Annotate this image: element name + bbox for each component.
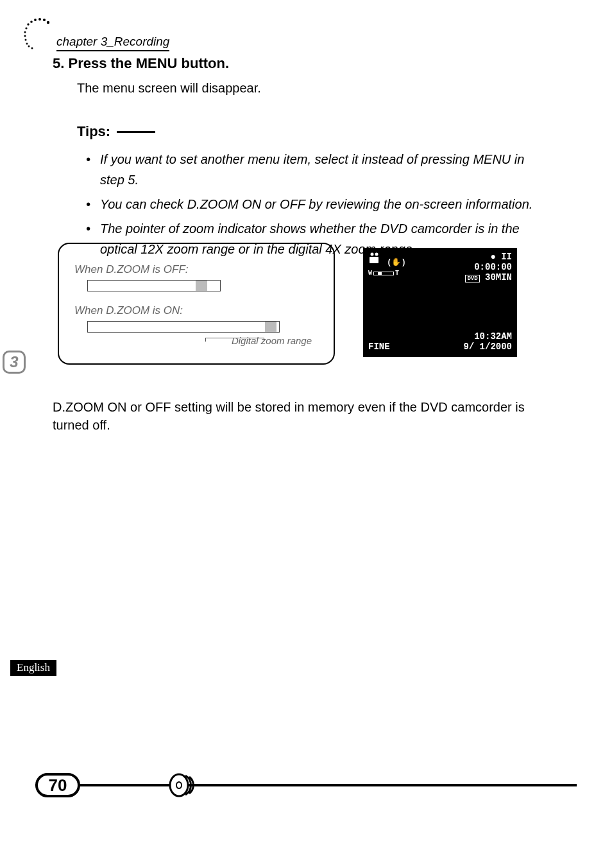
tips-item: If you want to set another menu item, se…: [86, 149, 548, 190]
zoom-w-label: W: [368, 270, 372, 277]
svg-point-9: [43, 19, 46, 21]
svg-rect-16: [370, 257, 378, 263]
step-block: 5. Press the MENU button. The menu scree…: [53, 55, 561, 96]
dzoom-off-label: When D.ZOOM is OFF:: [74, 263, 318, 276]
page-number-pill: 70: [35, 773, 80, 797]
dvd-badge: DVD: [465, 275, 479, 282]
tips-heading: Tips:: [77, 123, 110, 140]
callout-line: [334, 247, 366, 248]
svg-point-12: [31, 48, 33, 49]
svg-point-10: [47, 21, 49, 24]
clock-date: 9/ 1/2000: [463, 342, 512, 352]
zoom-bar-off: [87, 280, 221, 291]
svg-point-3: [24, 31, 26, 33]
step-title: 5. Press the MENU button.: [53, 55, 561, 72]
svg-point-11: [28, 46, 30, 48]
tips-item: You can check D.ZOOM ON or OFF by review…: [86, 194, 548, 214]
page-footer: 70: [35, 773, 577, 797]
footer-rule: [35, 784, 577, 786]
step-description: The menu screen will disappear.: [77, 81, 561, 96]
zoom-diagram: When D.ZOOM is OFF: When D.ZOOM is ON: D…: [58, 243, 517, 365]
dzoom-on-label: When D.ZOOM is ON:: [74, 304, 318, 317]
body-paragraph: D.ZOOM ON or OFF setting will be stored …: [53, 398, 535, 434]
zoom-t-label: T: [395, 270, 399, 277]
svg-point-2: [24, 35, 26, 37]
language-badge: English: [10, 660, 56, 676]
svg-point-0: [26, 43, 28, 45]
svg-point-8: [38, 18, 41, 21]
chapter-number-tab: 3: [3, 351, 26, 374]
svg-point-7: [34, 19, 37, 21]
remain-time: 30MIN: [485, 272, 512, 282]
clock-time: 10:32AM: [463, 331, 512, 342]
step-number: 5.: [53, 55, 64, 71]
tips-divider-line: [117, 131, 155, 133]
rec-pause-icon: ● II: [465, 252, 512, 262]
svg-point-6: [30, 21, 33, 23]
timer: 0:00:00: [465, 262, 512, 272]
zoom-mini-bar: [373, 272, 394, 275]
disc-icon: [169, 773, 197, 797]
svg-point-15: [375, 253, 378, 256]
diagram-box: When D.ZOOM is OFF: When D.ZOOM is ON: D…: [58, 243, 335, 365]
svg-point-14: [371, 253, 374, 256]
hand-icon: (✋): [387, 258, 405, 267]
svg-point-1: [25, 39, 27, 41]
zoom-indicator: W T: [368, 270, 406, 277]
dotted-arc-icon: [19, 15, 55, 51]
digital-zoom-label: Digital zoom range: [74, 335, 312, 346]
step-heading: Press the MENU button.: [68, 55, 229, 71]
chapter-header: chapter 3_Recording: [19, 15, 169, 51]
zoom-bar-on: [87, 321, 280, 333]
chapter-label: chapter 3_Recording: [56, 35, 169, 51]
lcd-screen: (✋) W T ● II 0:00:00 DVD 30MIN FINE: [363, 248, 517, 357]
quality-label: FINE: [368, 342, 390, 352]
svg-point-18: [176, 782, 182, 788]
digital-range-bracket: [205, 338, 264, 342]
tips-heading-row: Tips:: [77, 123, 548, 140]
svg-point-5: [27, 23, 29, 25]
svg-point-4: [25, 27, 27, 29]
camera-icon: (✋): [368, 252, 406, 267]
